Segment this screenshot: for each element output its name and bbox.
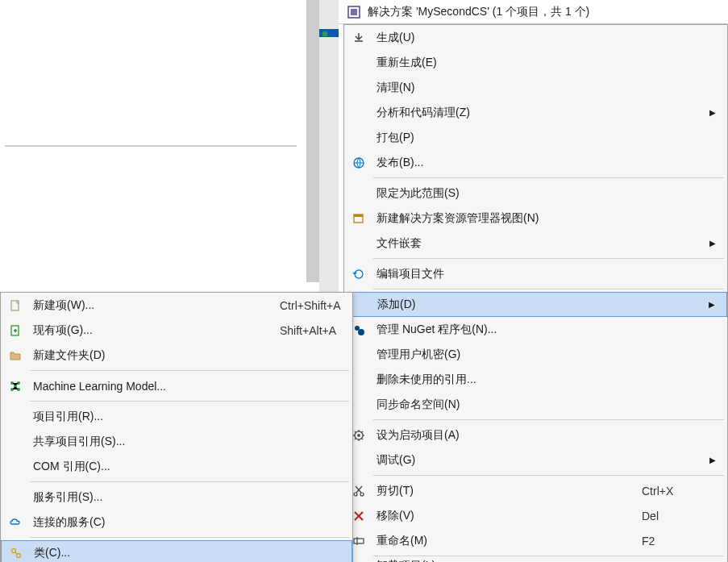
menu-build[interactable]: 生成(U) <box>344 25 727 50</box>
menu-label: 剪切(T) <box>373 484 642 498</box>
shortcut: Ctrl+X <box>642 485 706 497</box>
menu-analyze[interactable]: 分析和代码清理(Z) ▶ <box>344 100 727 125</box>
svg-point-19 <box>12 548 16 552</box>
folder-icon <box>1 343 30 368</box>
menu-label: 分析和代码清理(Z) <box>373 106 706 120</box>
menu-separator <box>373 419 724 420</box>
menu-label: 新建文件夹(D) <box>30 348 280 363</box>
menu-label: 重新生成(E) <box>373 56 706 70</box>
menu-connected-svc[interactable]: 连接的服务(C) <box>1 510 352 535</box>
menu-remove[interactable]: 移除(V) Del <box>344 503 727 528</box>
menu-pack[interactable]: 打包(P) <box>344 125 727 150</box>
menu-rebuild[interactable]: 重新生成(E) <box>344 50 727 75</box>
menu-separator <box>373 475 724 476</box>
menu-unload[interactable]: 卸载项目(L) <box>344 559 727 562</box>
menu-label: 重命名(M) <box>373 534 642 548</box>
menu-label: 服务引用(S)... <box>30 490 280 505</box>
svg-rect-4 <box>354 214 363 217</box>
menu-label: 限定为此范围(S) <box>373 186 706 201</box>
menu-new-folder[interactable]: 新建文件夹(D) <box>1 343 352 368</box>
menu-new-view[interactable]: 新建解决方案资源管理器视图(N) <box>344 206 727 231</box>
existing-item-icon <box>1 318 30 343</box>
menu-publish[interactable]: 发布(B)... <box>344 150 727 175</box>
menu-label: 调试(G) <box>373 453 706 468</box>
menu-startup[interactable]: 设为启动项目(A) <box>344 423 727 448</box>
menu-label: 新建解决方案资源管理器视图(N) <box>373 211 706 226</box>
add-submenu: 新建项(W)... Ctrl+Shift+A 现有项(G)... Shift+A… <box>0 292 353 562</box>
shortcut: Del <box>642 510 706 522</box>
submenu-arrow-icon: ▶ <box>705 300 718 309</box>
menu-label: 项目引用(R)... <box>30 410 280 424</box>
svg-rect-1 <box>351 9 357 15</box>
solution-title: 解决方案 'MySecondCS' (1 个项目，共 1 个) <box>368 5 589 19</box>
menu-label: 连接的服务(C) <box>30 515 280 530</box>
menu-label: 类(C)... <box>31 546 279 560</box>
menu-separator <box>373 177 724 178</box>
menu-debug[interactable]: 调试(G) ▶ <box>344 448 727 472</box>
menu-label: 文件嵌套 <box>373 236 706 251</box>
menu-separator <box>30 481 349 482</box>
submenu-arrow-icon: ▶ <box>706 239 719 248</box>
menu-existing-item[interactable]: 现有项(G)... Shift+Alt+A <box>1 318 352 343</box>
menu-new-item[interactable]: 新建项(W)... Ctrl+Shift+A <box>1 293 352 318</box>
menu-file-nesting[interactable]: 文件嵌套 ▶ <box>344 231 727 256</box>
menu-proj-ref[interactable]: 项目引用(R)... <box>1 404 352 429</box>
solution-header: 解决方案 'MySecondCS' (1 个项目，共 1 个) <box>339 0 728 24</box>
svg-point-9 <box>354 493 357 496</box>
menu-separator <box>373 258 724 259</box>
svg-point-6 <box>358 329 364 335</box>
menu-label: 现有项(G)... <box>30 323 280 338</box>
shortcut: F2 <box>642 535 706 547</box>
edit-icon <box>344 261 373 286</box>
menu-svc-ref[interactable]: 服务引用(S)... <box>1 485 352 510</box>
svg-point-10 <box>360 493 364 496</box>
menu-label: 管理 NuGet 程序包(N)... <box>373 323 706 337</box>
menu-label: 新建项(W)... <box>30 298 280 313</box>
menu-scope[interactable]: 限定为此范围(S) <box>344 181 727 206</box>
menu-label: 发布(B)... <box>373 156 706 170</box>
svg-rect-11 <box>354 539 364 543</box>
svg-point-5 <box>355 326 360 331</box>
menu-label: 共享项目引用(S)... <box>30 435 280 449</box>
solution-icon <box>347 5 361 19</box>
menu-clean[interactable]: 清理(N) <box>344 75 727 100</box>
menu-label: 删除未使用的引用... <box>373 373 706 387</box>
menu-label: 打包(P) <box>373 131 706 145</box>
project-context-menu: 生成(U) 重新生成(E) 清理(N) 分析和代码清理(Z) ▶ 打包(P) 发… <box>343 24 728 562</box>
menu-remove-unused[interactable]: 删除未使用的引用... <box>344 367 727 392</box>
menu-separator <box>30 401 349 402</box>
menu-secrets[interactable]: 管理用户机密(G) <box>344 342 727 367</box>
shortcut: Shift+Alt+A <box>280 324 344 337</box>
menu-edit-project[interactable]: 编辑项目文件 <box>344 261 727 286</box>
menu-nuget[interactable]: 管理 NuGet 程序包(N)... <box>344 317 727 342</box>
menu-label: COM 引用(C)... <box>30 460 280 474</box>
menu-label: 移除(V) <box>373 509 642 523</box>
menu-ml-model[interactable]: Machine Learning Model... <box>1 373 352 398</box>
menu-label: 卸载项目(L) <box>373 559 706 562</box>
menu-separator <box>373 289 724 289</box>
ml-icon <box>1 373 30 398</box>
menu-label: 生成(U) <box>373 31 706 45</box>
class-icon <box>2 541 31 562</box>
menu-sync-ns[interactable]: 同步命名空间(N) <box>344 392 727 417</box>
menu-class[interactable]: 类(C)... <box>1 540 352 562</box>
menu-label: Machine Learning Model... <box>30 380 280 393</box>
menu-label: 同步命名空间(N) <box>373 398 706 412</box>
menu-separator <box>30 537 349 538</box>
svg-point-20 <box>17 553 21 557</box>
menu-separator <box>373 556 724 556</box>
menu-add[interactable]: 添加(D) ▶ <box>344 292 727 317</box>
new-view-icon <box>344 206 373 231</box>
menu-cut[interactable]: 剪切(T) Ctrl+X <box>344 478 727 503</box>
menu-separator <box>30 370 349 371</box>
shortcut: Ctrl+Shift+A <box>280 299 344 312</box>
publish-icon <box>344 150 373 175</box>
menu-label: 设为启动项目(A) <box>373 428 706 443</box>
menu-rename[interactable]: 重命名(M) F2 <box>344 528 727 553</box>
new-item-icon <box>1 293 30 318</box>
menu-label: 添加(D) <box>374 298 705 312</box>
menu-shared-ref[interactable]: 共享项目引用(S)... <box>1 429 352 454</box>
menu-com-ref[interactable]: COM 引用(C)... <box>1 454 352 479</box>
cloud-icon <box>1 510 30 535</box>
submenu-arrow-icon: ▶ <box>706 108 719 117</box>
